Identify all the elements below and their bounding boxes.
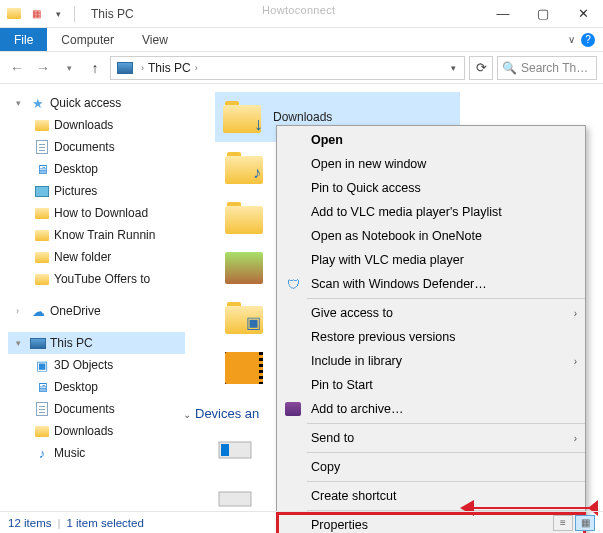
docs-folder-icon[interactable] [225,202,263,234]
pictures-folder-icon[interactable] [225,252,263,284]
cube-icon: ▣ [34,357,50,373]
tree-item-newfolder[interactable]: New folder [8,246,185,268]
status-item-count: 12 items [8,517,51,529]
folder-icon [4,4,24,24]
drive-d[interactable] [215,482,255,512]
status-selection: 1 item selected [66,517,143,529]
search-placeholder: Search Th… [521,61,588,75]
ribbon-collapse-icon[interactable]: ∨ [568,34,575,45]
tree-item-train[interactable]: Know Train Runnin [8,224,185,246]
tree-item-downloads[interactable]: Downloads [8,114,185,136]
folder-icon [34,249,50,265]
help-icon[interactable]: ? [581,33,595,47]
ctx-open[interactable]: Open [277,128,585,152]
status-bar: 12 items | 1 item selected ≡ ▦ [0,511,603,533]
winrar-icon [281,399,305,419]
folder-label: Downloads [273,110,332,124]
tree-item-music[interactable]: ♪Music [8,442,185,464]
watermark: Howtoconnect [262,4,335,16]
star-icon: ★ [30,95,46,111]
tree-onedrive[interactable]: ›☁OneDrive [8,300,185,322]
tab-view[interactable]: View [128,29,182,51]
folder-icon [34,117,50,133]
ctx-copy[interactable]: Copy [277,455,585,479]
close-button[interactable]: ✕ [563,0,603,28]
drive-icon [215,482,255,512]
folder-icon [34,227,50,243]
view-details-button[interactable]: ≡ [553,515,573,531]
picture-icon [34,183,50,199]
tree-quick-access[interactable]: ▾★Quick access [8,92,185,114]
refresh-button[interactable]: ⟳ [469,56,493,80]
qat-chevron[interactable]: ▾ [48,4,68,24]
breadcrumb-sep2[interactable]: › [191,63,202,73]
address-bar[interactable]: › This PC › ▾ [110,56,465,80]
tree-item-youtube[interactable]: YouTube Offers to [8,268,185,290]
shield-icon: 🛡 [281,274,305,294]
forward-button[interactable]: → [32,57,54,79]
ctx-send-to[interactable]: Send to› [277,426,585,450]
music-icon: ♪ [34,445,50,461]
up-button[interactable]: ↑ [84,57,106,79]
pc-icon [117,62,133,74]
tree-this-pc[interactable]: ▾This PC [8,332,185,354]
ctx-vlc-playlist[interactable]: Add to VLC media player's Playlist [277,200,585,224]
tree-item-desktop2[interactable]: 🖥Desktop [8,376,185,398]
folder-icon [34,423,50,439]
submenu-icon: › [574,308,577,319]
nav-bar: ← → ▾ ↑ › This PC › ▾ ⟳ 🔍 Search Th… [0,52,603,84]
desktop-icon: 🖥 [34,161,50,177]
document-icon [34,401,50,417]
pc-icon [30,335,46,351]
ctx-restore-versions[interactable]: Restore previous versions [277,325,585,349]
ctx-create-shortcut[interactable]: Create shortcut [277,484,585,508]
quick-access-toolbar: ▦ ▾ [0,4,83,24]
file-tab[interactable]: File [0,28,47,51]
back-button[interactable]: ← [6,57,28,79]
music-folder-icon[interactable]: ♪ [225,152,263,184]
window-title: This PC [83,7,134,21]
search-input[interactable]: 🔍 Search Th… [497,56,597,80]
tree-item-desktop[interactable]: 🖥Desktop [8,158,185,180]
ctx-add-archive[interactable]: Add to archive… [277,397,585,421]
view-icons-button[interactable]: ▦ [575,515,595,531]
properties-icon[interactable]: ▦ [26,4,46,24]
tab-computer[interactable]: Computer [47,29,128,51]
drive-c[interactable] [215,434,255,464]
submenu-icon: › [574,356,577,367]
ctx-defender[interactable]: 🛡Scan with Windows Defender… [277,272,585,296]
tree-item-downloads2[interactable]: Downloads [8,420,185,442]
tree-item-howto[interactable]: How to Download [8,202,185,224]
document-icon [34,139,50,155]
folder-stack: ♪ ▣ [225,152,263,384]
submenu-icon: › [574,433,577,444]
ctx-onenote[interactable]: Open as Notebook in OneNote [277,224,585,248]
svg-rect-1 [221,444,229,456]
ribbon-tabs: File Computer View ∨ ? [0,28,603,52]
desktop-icon: 🖥 [34,379,50,395]
tree-item-documents2[interactable]: Documents [8,398,185,420]
address-history-dropdown[interactable]: ▾ [445,63,462,73]
ctx-pin-quick-access[interactable]: Pin to Quick access [277,176,585,200]
ctx-give-access[interactable]: Give access to› [277,301,585,325]
folder-icon [34,271,50,287]
maximize-button[interactable]: ▢ [523,0,563,28]
downloads-folder-icon: ↓ [223,101,261,133]
videos-folder-icon[interactable] [225,352,263,384]
history-dropdown[interactable]: ▾ [58,57,80,79]
cube-folder-icon[interactable]: ▣ [225,302,263,334]
ctx-vlc-play[interactable]: Play with VLC media player [277,248,585,272]
ctx-include-library[interactable]: Include in library› [277,349,585,373]
tree-item-documents[interactable]: Documents [8,136,185,158]
tree-item-3dobjects[interactable]: ▣3D Objects [8,354,185,376]
ctx-open-new-window[interactable]: Open in new window [277,152,585,176]
breadcrumb-sep[interactable]: › [137,63,148,73]
section-devices[interactable]: ⌄Devices an [183,406,259,421]
ctx-pin-start[interactable]: Pin to Start [277,373,585,397]
search-icon: 🔍 [502,61,517,75]
tree-item-pictures[interactable]: Pictures [8,180,185,202]
breadcrumb-this-pc[interactable]: This PC [148,61,191,75]
cloud-icon: ☁ [30,303,46,319]
svg-rect-2 [219,492,251,506]
minimize-button[interactable]: — [483,0,523,28]
